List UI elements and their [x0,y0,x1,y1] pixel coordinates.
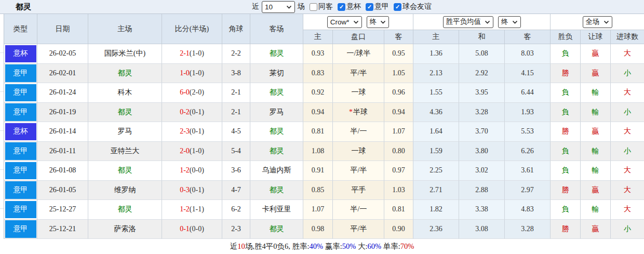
away-team: 都灵 [270,127,284,136]
coppa-checkbox[interactable] [338,3,345,11]
away-team: 乌迪内斯 [262,166,291,175]
home-team: 国际米兰(中) [104,49,145,58]
competition-badge: 意甲 [5,162,36,180]
handicap-odds-home: 1.07 [303,200,333,220]
full-time-score: 0-3 [180,186,190,194]
match-count-value: 10 [265,3,273,11]
corners: 2-1 [222,83,250,103]
avg-odds-away: 8.03 [505,44,551,64]
handicap-line-cell: 一球 [333,142,384,162]
avg-odds-draw: 2.92 [459,64,505,84]
home-team-cell: 亚特兰大 [88,142,162,162]
avg-odds-home: 1.82 [413,200,459,220]
spread-cell: 贏 [581,122,611,142]
handicap-time-select[interactable]: 终 [367,16,390,28]
scope-value: 全场 [586,17,600,26]
subheader-handicap: 盘口 [333,30,384,44]
handicap-result: 輸 [592,166,599,175]
home-team-cell: 都灵 [88,200,162,220]
score-cell: 0-1(0-0) [162,220,222,239]
chevron-down-icon [286,5,292,9]
home-team: 都灵 [118,205,132,214]
score-cell: 1-2(0-0) [162,161,222,181]
table-body: 意杯 26-02-05 国际米兰(中) 2-1(1-0) 2-2 都灵 0.93… [4,44,644,239]
same-away-checkbox[interactable] [310,3,317,11]
scope-select[interactable]: 全场 [583,16,612,28]
home-team: 都灵 [118,69,132,78]
average-type-select[interactable]: 胜平负均值 [443,16,494,28]
summary-segment: 大: [356,242,367,250]
away-team-cell: 乌迪内斯 [250,161,303,181]
friendly-checkbox[interactable] [394,3,401,11]
corners: 2-1 [222,103,250,123]
header-away: 客场 [250,14,303,44]
away-team-cell: 罗马 [250,103,303,123]
odds-company-value: Crow* [330,18,350,26]
summary-segment: 60% [367,242,381,250]
average-type-value: 胜平负均值 [446,17,481,26]
match-count-select[interactable]: 10 [262,1,295,13]
header-score: 比分(半场) [162,14,222,44]
handicap-result: 贏 [592,185,599,195]
home-team-cell: 维罗纳 [88,181,162,200]
goals-cell: 小 [611,103,644,123]
result-cell: 勝 [551,122,581,142]
full-time-score: 1-2 [180,205,190,213]
table-row: 意甲 26-01-24 科木 6-0(2-0) 2-1 都灵 0.92 一球 0… [4,83,644,103]
result-cell: 負 [551,200,581,220]
home-team: 罗马 [118,127,132,136]
avg-odds-away: 2.97 [505,181,551,200]
home-team: 萨索洛 [114,224,136,234]
handicap-odds-home: 0.94 [303,103,333,123]
avg-odds-draw: 2.88 [459,181,505,200]
away-team: 都灵 [270,224,284,234]
handicap-result: 輸 [592,88,599,97]
table-row: 意杯 26-01-14 罗马 2-3(0-1) 4-5 都灵 0.81 半/一 … [4,122,644,142]
goals-cell: 大 [611,181,644,200]
handicap-change-marker: * [349,108,353,116]
handicap-odds-away: 0.90 [384,220,413,239]
away-team: 都灵 [270,146,284,156]
avg-odds-home: 4.36 [413,103,459,123]
avg-odds-home: 1.59 [413,142,459,162]
over-under-result: 小 [624,69,631,78]
odds-company-select[interactable]: Crow* [327,16,362,28]
table-row: 意甲 25-12-27 都灵 1-2(1-1) 6-2 卡利亚里 1.07 半/… [4,200,644,220]
full-time-score: 0-2 [180,108,190,116]
full-time-score: 1-0 [180,69,190,77]
avg-odds-home: 2.25 [413,161,459,181]
friendly-label: 球会友谊 [403,2,432,11]
avg-odds-draw: 3.70 [459,122,505,142]
handicap-odds-home: 0.81 [303,122,333,142]
handicap-result: 輸 [592,205,599,214]
goals-cell: 大 [611,122,644,142]
handicap-odds-home: 1.08 [303,142,333,162]
average-time-select[interactable]: 终 [498,16,521,28]
team-header-bar: 都灵 近 10 场 同客 意杯 意甲 球会友谊 [0,0,644,14]
competition-badge: 意甲 [5,142,36,160]
handicap-result: 輸 [592,146,599,156]
away-team: 罗马 [270,108,284,117]
corners: 5-4 [222,142,250,162]
home-team-cell: 国际米兰(中) [88,44,162,64]
corners: 4-5 [222,122,250,142]
serie-a-checkbox[interactable] [366,3,373,11]
odds-subheader-row: 主 盘口 客 主 和 客 胜负 让球 进球数 [303,30,644,44]
win-loss-result: 負 [562,146,569,156]
summary-segment: 场,胜4平0负6, 胜率: [245,242,310,250]
away-team-cell: 都灵 [250,83,303,103]
summary-segment: 40% [309,242,323,250]
home-team: 亚特兰大 [111,146,140,156]
match-date: 26-01-08 [37,161,88,181]
goals-cell: 大 [611,161,644,181]
summary-segment: 70% [400,242,414,250]
table-row: 意甲 25-12-21 萨索洛 0-1(0-0) 2-3 都灵 0.98 平/半… [4,220,644,239]
handicap-odds-away: 0.96 [384,83,413,103]
table-row: 意甲 26-01-05 维罗纳 0-3(0-1) 4-7 都灵 0.85 平手 … [4,181,644,200]
serie-a-label: 意甲 [374,2,389,11]
header-type: 类型 [4,14,37,44]
competition-type-cell: 意甲 [4,64,37,84]
match-date: 25-12-21 [37,220,88,239]
score-cell: 2-3(0-1) [162,122,222,142]
avg-odds-home: 1.36 [413,44,459,64]
